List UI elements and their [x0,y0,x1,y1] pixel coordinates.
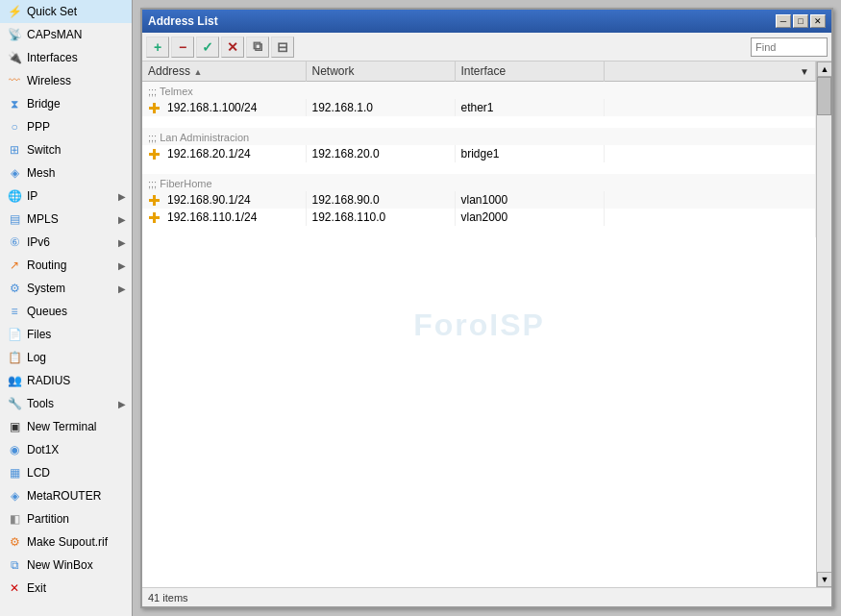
table-row[interactable]: 192.168.90.1/24192.168.90.0vlan1000 [142,191,816,209]
scroll-thumb[interactable] [817,77,831,115]
sidebar-label-lcd: LCD [27,466,50,480]
sidebar-label-dot1x: Dot1X [27,443,59,456]
capsman-icon: 📡 [6,27,23,42]
cell-address: 192.168.90.1/24 [142,191,306,209]
table-row[interactable]: 192.168.110.1/24192.168.110.0vlan2000 [142,209,816,226]
sidebar-item-quick-set[interactable]: ⚡ Quick Set [0,0,132,23]
new-terminal-icon: ▣ [6,419,23,434]
sidebar-item-exit[interactable]: ✕ Exit [0,577,132,600]
sidebar-item-switch[interactable]: ⊞ Switch [0,138,132,161]
quick-set-icon: ⚡ [6,4,23,19]
sidebar-item-ipv6[interactable]: ⑥ IPv6 ▶ [0,231,132,254]
cell-network: 192.168.20.0 [306,145,455,162]
sidebar-item-files[interactable]: 📄 Files [0,323,132,346]
sidebar-label-switch: Switch [27,143,61,157]
sidebar: ⚡ Quick Set 📡 CAPsMAN 🔌 Interfaces 〰 Wir… [0,0,133,616]
toolbar-cross-button[interactable]: ✕ [221,37,244,58]
arrow-tools: ▶ [118,399,126,409]
log-icon: 📋 [6,350,23,365]
window-title: Address List [148,14,218,28]
cell-network: 192.168.110.0 [306,209,455,226]
sidebar-item-interfaces[interactable]: 🔌 Interfaces [0,46,132,69]
sidebar-item-new-terminal[interactable]: ▣ New Terminal [0,415,132,438]
scroll-up-button[interactable]: ▲ [817,62,831,77]
sidebar-item-metarouter[interactable]: ◈ MetaROUTER [0,484,132,507]
entry-icon [148,211,161,224]
cell-extra [604,209,816,226]
scroll-down-button[interactable]: ▼ [817,572,831,587]
table-row[interactable]: 192.168.1.100/24192.168.1.0ether1 [142,99,816,116]
maximize-button[interactable]: □ [793,14,808,28]
cell-extra [604,99,816,116]
sidebar-item-mesh[interactable]: ◈ Mesh [0,161,132,185]
statusbar: 41 items [142,587,831,606]
mpls-icon: ▤ [6,211,23,227]
entry-icon [148,194,161,207]
cell-extra [604,191,816,209]
cell-address: 192.168.1.100/24 [142,99,306,116]
dot1x-icon: ◉ [6,442,23,457]
sidebar-item-ip[interactable]: 🌐 IP ▶ [0,185,132,208]
toolbar: +−✓✕⧉⊟ [142,33,831,62]
sidebar-label-system: System [27,282,65,295]
sidebar-item-log[interactable]: 📋 Log [0,346,132,369]
table-scroll-inner[interactable]: ForoISP Address ▲ Network In [142,62,816,587]
toolbar-filter-button[interactable]: ⊟ [271,37,294,58]
sidebar-item-dot1x[interactable]: ◉ Dot1X [0,438,132,461]
col-header-network[interactable]: Network [306,62,455,82]
sidebar-item-system[interactable]: ⚙ System ▶ [0,277,132,300]
sidebar-item-new-winbox[interactable]: ⧉ New WinBox [0,554,132,577]
sidebar-item-ppp[interactable]: ○ PPP [0,115,132,138]
group-row-0: ;;; Telmex [142,82,816,100]
sidebar-label-radius: RADIUS [27,374,70,387]
ipv6-icon: ⑥ [6,234,23,250]
queues-icon: ≡ [6,304,23,319]
col-header-interface[interactable]: Interface [455,62,604,82]
toolbar-remove-button[interactable]: − [171,37,194,58]
radius-icon: 👥 [6,373,23,388]
routing-icon: ↗ [6,258,23,273]
sidebar-item-queues[interactable]: ≡ Queues [0,300,132,323]
main-area: Address List ─ □ ✕ +−✓✕⧉⊟ ForoISP Addr [133,0,841,616]
sidebar-item-capsman[interactable]: 📡 CAPsMAN [0,23,132,46]
group-row-1: ;;; Lan Administracion [142,128,816,145]
group-label-0: ;;; Telmex [142,82,816,100]
group-label-1: ;;; Lan Administracion [142,128,816,145]
scroll-track[interactable] [817,77,831,572]
toolbar-add-button[interactable]: + [146,37,169,58]
group-row-2: ;;; FiberHome [142,174,816,191]
sidebar-item-mpls[interactable]: ▤ MPLS ▶ [0,208,132,231]
address-list-window: Address List ─ □ ✕ +−✓✕⧉⊟ ForoISP Addr [140,8,833,608]
toolbar-check-button[interactable]: ✓ [196,37,219,58]
close-button[interactable]: ✕ [810,14,826,28]
toolbar-copy-button[interactable]: ⧉ [246,37,269,58]
sidebar-label-mpls: MPLS [27,212,59,226]
group-label-2: ;;; FiberHome [142,174,816,191]
table-row[interactable]: 192.168.20.1/24192.168.20.0bridge1 [142,145,816,162]
mesh-icon: ◈ [6,165,23,181]
sidebar-label-ppp: PPP [27,120,50,134]
sidebar-item-make-supout[interactable]: ⚙ Make Supout.rif [0,530,132,554]
system-icon: ⚙ [6,281,23,296]
sidebar-label-ip: IP [27,189,37,203]
sidebar-item-partition[interactable]: ◧ Partition [0,507,132,530]
col-header-address[interactable]: Address ▲ [142,62,306,82]
sidebar-item-radius[interactable]: 👥 RADIUS [0,369,132,392]
sidebar-item-lcd[interactable]: ▦ LCD [0,461,132,484]
window-titlebar: Address List ─ □ ✕ [142,10,831,33]
table-header: Address ▲ Network Interface ▼ [142,62,816,82]
dropdown-arrow[interactable]: ▼ [800,66,809,77]
sidebar-label-queues: Queues [27,305,67,318]
sidebar-item-bridge[interactable]: ⧗ Bridge [0,92,132,115]
sidebar-item-routing[interactable]: ↗ Routing ▶ [0,254,132,277]
cell-interface: vlan1000 [455,191,604,209]
sidebar-item-tools[interactable]: 🔧 Tools ▶ [0,392,132,415]
exit-icon: ✕ [6,580,23,596]
sidebar-label-routing: Routing [27,259,66,272]
lcd-icon: ▦ [6,465,23,480]
items-count: 41 items [148,592,188,604]
find-input[interactable] [751,37,828,57]
sidebar-item-wireless[interactable]: 〰 Wireless [0,69,132,92]
minimize-button[interactable]: ─ [776,14,791,28]
ip-icon: 🌐 [6,188,23,204]
